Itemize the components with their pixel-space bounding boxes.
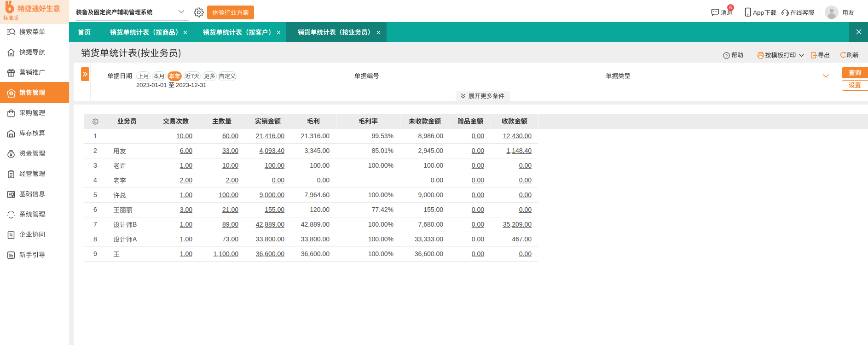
svg-text:$: $ bbox=[10, 91, 12, 95]
svg-text:?: ? bbox=[725, 53, 728, 58]
